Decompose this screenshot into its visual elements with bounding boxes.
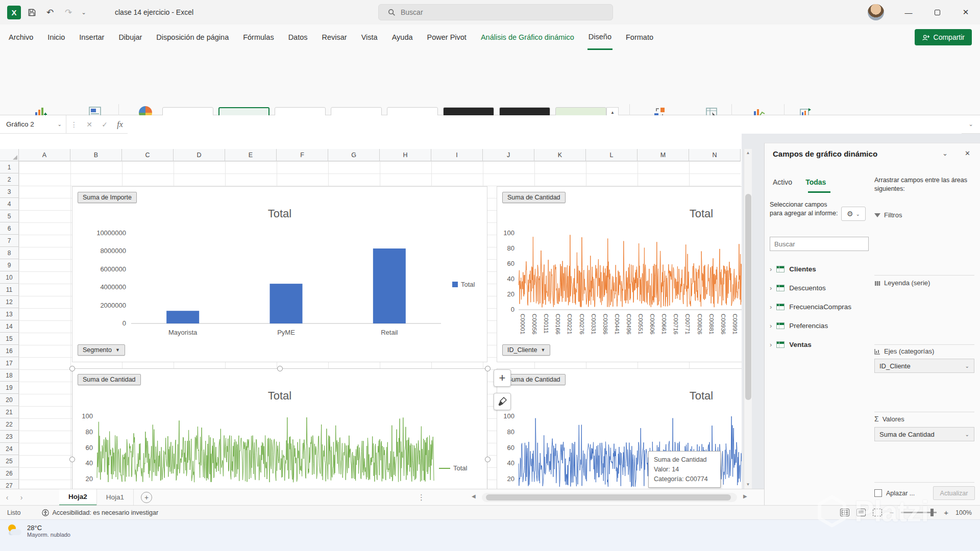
row-header-5[interactable]: 5 xyxy=(0,210,19,222)
fields-search-box[interactable] xyxy=(770,237,869,251)
row-header-22[interactable]: 22 xyxy=(0,418,19,431)
column-header[interactable]: I xyxy=(431,149,483,161)
row-header-11[interactable]: 11 xyxy=(0,284,19,296)
ribbon-tab[interactable]: Análisis de Gráfico dinámico xyxy=(480,24,575,50)
ribbon-tab[interactable]: Vista xyxy=(360,24,379,50)
row-header-23[interactable]: 23 xyxy=(0,431,19,443)
ribbon-tab[interactable]: Datos xyxy=(287,24,309,50)
selection-handle[interactable] xyxy=(485,366,491,371)
chart-styles-brush-button[interactable] xyxy=(494,393,511,410)
selection-handle[interactable] xyxy=(69,457,75,462)
sheet-tab-hoja1[interactable]: Hoja1 xyxy=(97,489,134,506)
column-header[interactable]: H xyxy=(380,149,431,161)
app-search-input[interactable] xyxy=(401,8,595,16)
pivot-value-field-button[interactable]: Suma de Cantidad xyxy=(502,192,566,203)
values-field-dropdown[interactable]: Suma de Cantidad ⌄ xyxy=(874,427,974,441)
scroll-up-icon[interactable]: ▲ xyxy=(744,149,752,157)
spreadsheet-grid[interactable]: ABCDEFGHIJKLMN 1234567891011121314151617… xyxy=(0,134,742,489)
zoom-out-icon[interactable]: − xyxy=(889,508,894,517)
add-sheet-button[interactable]: + xyxy=(141,492,152,503)
column-header[interactable]: N xyxy=(689,149,741,161)
ribbon-tab[interactable]: Inicio xyxy=(46,24,66,50)
pivot-value-field-button[interactable]: Suma de Cantidad xyxy=(78,374,141,385)
app-search-box[interactable] xyxy=(378,4,613,20)
zoom-level[interactable]: 100% xyxy=(955,509,972,516)
sheet-tab-hoja2[interactable]: Hoja2 xyxy=(59,489,97,506)
maximize-button[interactable] xyxy=(923,0,951,24)
pane-options-chevron-icon[interactable]: ⌄ xyxy=(942,149,948,157)
axis-field-dropdown[interactable]: ID_Cliente ⌄ xyxy=(874,359,974,373)
ribbon-tab[interactable]: Fórmulas xyxy=(242,24,275,50)
row-header-4[interactable]: 4 xyxy=(0,198,19,210)
horizontal-scrollbar-thumb[interactable] xyxy=(486,494,731,500)
row-header-18[interactable]: 18 xyxy=(0,369,19,382)
ribbon-tab[interactable]: Insertar xyxy=(78,24,105,50)
pivot-axis-field-button[interactable]: Segmento▼ xyxy=(78,344,125,356)
field-list-item[interactable]: › Ventas xyxy=(765,335,869,354)
sheet-options-dots-icon[interactable]: ⋮ xyxy=(418,493,425,502)
cancel-entry-icon[interactable]: ✕ xyxy=(82,120,97,129)
row-header-17[interactable]: 17 xyxy=(0,357,19,369)
selection-handle[interactable] xyxy=(277,366,283,371)
expand-formula-bar-icon[interactable]: ⌄ xyxy=(962,121,980,128)
fields-search-input[interactable] xyxy=(774,240,864,248)
horizontal-scrollbar[interactable] xyxy=(482,493,737,502)
ribbon-tab[interactable]: Revisar xyxy=(321,24,348,50)
ribbon-tab[interactable]: Disposición de página xyxy=(155,24,230,50)
selection-handle[interactable] xyxy=(69,366,75,371)
weather-widget[interactable]: 28°C Mayorm. nublado xyxy=(7,524,70,538)
hscroll-left-icon[interactable]: ◀ xyxy=(472,493,476,499)
row-header-6[interactable]: 6 xyxy=(0,222,19,235)
ribbon-tab[interactable]: Archivo xyxy=(8,24,34,50)
chart-elements-button[interactable]: + xyxy=(494,369,511,387)
undo-icon[interactable]: ↶ xyxy=(42,5,58,20)
pivot-axis-field-button[interactable]: ID_Cliente▼ xyxy=(502,344,550,356)
select-all-corner[interactable] xyxy=(0,149,19,161)
expand-chevron-icon[interactable]: › xyxy=(770,322,772,330)
row-header-13[interactable]: 13 xyxy=(0,308,19,320)
sheet-nav-right-icon[interactable]: › xyxy=(14,493,29,502)
row-header-21[interactable]: 21 xyxy=(0,406,19,418)
tools-gear-button[interactable]: ⚙⌄ xyxy=(841,207,866,221)
scroll-down-icon[interactable]: ▼ xyxy=(744,481,752,489)
column-header[interactable]: E xyxy=(225,149,277,161)
pivot-chart-cantidad-green[interactable]: 020406080100 Total Suma de Cantidad Tota… xyxy=(72,368,487,489)
field-list-item[interactable]: › Preferencias xyxy=(765,316,869,335)
row-header-7[interactable]: 7 xyxy=(0,235,19,247)
zoom-slider-thumb[interactable] xyxy=(930,509,934,516)
hscroll-right-icon[interactable]: ▶ xyxy=(743,493,747,499)
accessibility-status[interactable]: Accesibilidad: es necesario investigar xyxy=(42,509,158,516)
defer-layout-checkbox[interactable] xyxy=(874,489,882,497)
row-header-3[interactable]: 3 xyxy=(0,186,19,198)
ribbon-tab[interactable]: Formato xyxy=(625,24,654,50)
row-header-25[interactable]: 25 xyxy=(0,455,19,467)
column-header[interactable]: C xyxy=(122,149,174,161)
selection-handle[interactable] xyxy=(485,457,491,462)
row-header-24[interactable]: 24 xyxy=(0,443,19,455)
row-header-26[interactable]: 26 xyxy=(0,467,19,480)
row-header-1[interactable]: 1 xyxy=(0,161,19,173)
pivot-value-field-button[interactable]: Suma de Cantidad xyxy=(502,374,566,385)
row-header-2[interactable]: 2 xyxy=(0,173,19,186)
avatar[interactable] xyxy=(868,4,884,20)
ribbon-tab[interactable]: Dibujar xyxy=(117,24,143,50)
row-header-16[interactable]: 16 xyxy=(0,345,19,357)
field-list-item[interactable]: › Descuentos xyxy=(765,279,869,297)
column-header[interactable]: M xyxy=(638,149,689,161)
confirm-entry-icon[interactable]: ✓ xyxy=(97,120,112,129)
tab-todas[interactable]: Todas xyxy=(805,178,826,186)
formula-input[interactable] xyxy=(128,115,962,134)
pivot-value-field-button[interactable]: Suma de Importe xyxy=(78,192,137,203)
expand-chevron-icon[interactable]: › xyxy=(770,265,772,273)
close-button[interactable]: ✕ xyxy=(951,0,980,24)
row-header-19[interactable]: 19 xyxy=(0,382,19,394)
page-layout-view-icon[interactable] xyxy=(856,509,866,516)
zoom-in-icon[interactable]: + xyxy=(944,508,948,517)
vertical-scrollbar[interactable]: ▲ ▼ xyxy=(744,149,752,489)
column-header[interactable]: B xyxy=(70,149,122,161)
share-button[interactable]: Compartir xyxy=(915,29,972,45)
expand-chevron-icon[interactable]: › xyxy=(770,284,772,292)
update-button[interactable]: Actualizar xyxy=(933,486,975,500)
zoom-slider[interactable] xyxy=(901,512,937,513)
page-break-view-icon[interactable] xyxy=(873,509,882,516)
